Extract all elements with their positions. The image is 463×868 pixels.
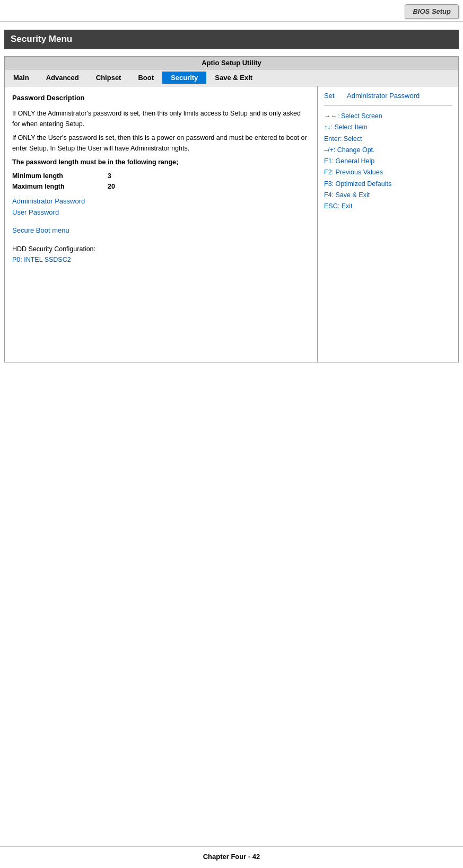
key-help-6: F3: Optimized Defaults: [324, 179, 452, 190]
nav-item-main[interactable]: Main: [5, 72, 38, 84]
min-label: Minimum length: [12, 171, 108, 181]
key-help-1: ↑↓: Select Item: [324, 122, 452, 133]
max-val: 20: [108, 181, 115, 192]
admin-password-link[interactable]: Administrator Password: [12, 196, 310, 207]
key-help-list: →←: Select Screen ↑↓: Select Item Enter:…: [324, 111, 452, 212]
nav-row: Main Advanced Chipset Boot Security Save…: [5, 69, 458, 86]
nav-item-security[interactable]: Security: [162, 72, 206, 84]
aptio-header: Aptio Setup Utility: [5, 57, 458, 69]
secure-boot-link[interactable]: Secure Boot menu: [12, 225, 310, 236]
key-help-8: ESC: Exit: [324, 201, 452, 212]
key-help-2: Enter: Select: [324, 134, 452, 145]
content-area: Password Description If ONLY the Adminis…: [5, 86, 458, 362]
nav-item-advanced[interactable]: Advanced: [38, 72, 88, 84]
left-panel: Password Description If ONLY the Adminis…: [5, 86, 318, 362]
right-top: Set Administrator Password: [324, 92, 452, 105]
key-help-5: F2: Previous Values: [324, 167, 452, 178]
key-help-7: F4: Save & Exit: [324, 190, 452, 201]
key-help-4: F1: General Help: [324, 156, 452, 167]
nav-item-chipset[interactable]: Chipset: [88, 72, 130, 84]
bios-setup-tab: BIOS Setup: [405, 4, 459, 19]
desc1: If ONLY the Administrator's password is …: [12, 108, 310, 129]
password-description-title: Password Description: [12, 93, 310, 104]
desc1-text: If ONLY the Administrator's password is …: [12, 110, 301, 128]
chapter-divider: [0, 846, 463, 847]
desc3: The password length must be in the follo…: [12, 157, 310, 167]
user-password-link[interactable]: User Password: [12, 207, 310, 218]
right-panel: Set Administrator Password →←: Select Sc…: [318, 86, 458, 362]
min-val: 3: [108, 171, 111, 181]
desc2-text: If ONLY the User's password is set, then…: [12, 134, 307, 152]
nav-item-boot[interactable]: Boot: [129, 72, 162, 84]
desc2: If ONLY the User's password is set, then…: [12, 132, 310, 154]
set-label: Set: [324, 92, 335, 100]
key-help-0: →←: Select Screen: [324, 111, 452, 122]
max-label: Maximum length: [12, 181, 108, 192]
chapter-label: Chapter Four - 42: [0, 853, 463, 861]
nav-item-save-exit[interactable]: Save & Exit: [206, 72, 261, 84]
min-row: Minimum length 3: [12, 171, 310, 181]
section-header: Security Menu: [4, 30, 459, 49]
key-help-3: –/+: Change Opt.: [324, 145, 452, 156]
max-row: Maximum length 20: [12, 181, 310, 192]
bios-panel: Aptio Setup Utility Main Advanced Chipse…: [4, 56, 459, 362]
top-divider: [0, 21, 463, 22]
hdd-label: HDD Security Configuration:: [12, 244, 310, 254]
hdd-value: P0: INTEL SSDSC2: [12, 254, 310, 265]
min-max-table: Minimum length 3 Maximum length 20: [12, 171, 310, 192]
admin-label: Administrator Password: [347, 92, 420, 100]
